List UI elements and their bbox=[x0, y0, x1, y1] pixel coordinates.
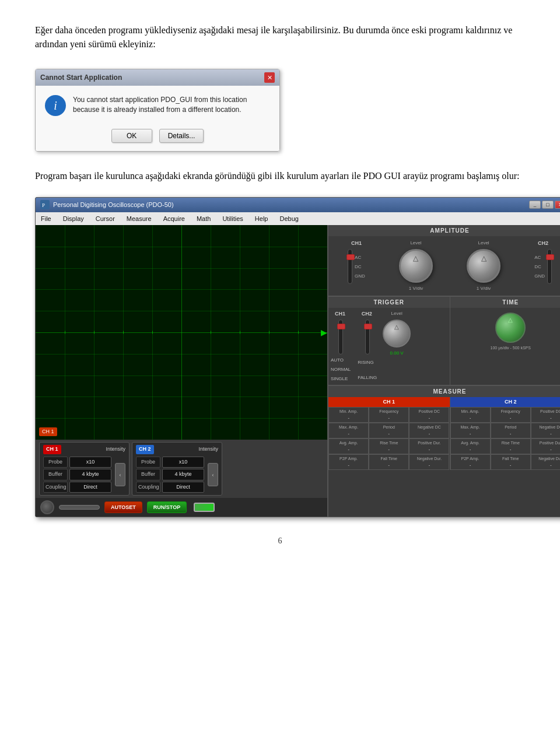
menu-utilities[interactable]: Utilities bbox=[220, 213, 244, 224]
m-ch2-cell-6: Negative DC - bbox=[531, 423, 560, 438]
ch2-level-label: Level bbox=[478, 240, 489, 247]
dialog-area: Cannot Start Application ✕ i You cannot … bbox=[35, 69, 525, 152]
m-ch1-cell-1: Min. Amp. - bbox=[328, 407, 369, 423]
ch1-badge: CH 1 bbox=[43, 445, 61, 454]
m-ch1-label-6: Negative DC bbox=[411, 424, 447, 431]
m-ch2-label-9: Positive Dur. bbox=[533, 440, 560, 447]
ch2-probe-label: Probe bbox=[136, 457, 160, 468]
m-ch1-cell-7: Avg. Amp. - bbox=[328, 438, 369, 454]
measure-channels: CH 1 Min. Amp. - Frequency - Pos bbox=[328, 397, 560, 471]
falling-label: FALLING bbox=[358, 374, 377, 381]
menu-help[interactable]: Help bbox=[253, 213, 270, 224]
amp-ch2-label: CH2 bbox=[538, 240, 548, 248]
battery-indicator bbox=[194, 503, 215, 512]
volume-slider[interactable] bbox=[59, 505, 100, 510]
ch2-level-knob[interactable] bbox=[467, 249, 501, 283]
m-ch2-cell-5: Period - bbox=[491, 423, 531, 438]
m-ch1-cell-6: Negative DC - bbox=[409, 423, 449, 438]
time-column: TIME 100 μs/div - 500 kSPS bbox=[450, 297, 561, 385]
dialog-box: Cannot Start Application ✕ i You cannot … bbox=[35, 69, 280, 152]
trigger-level-knob[interactable] bbox=[383, 320, 411, 348]
measure-ch2-header: CH 2 bbox=[450, 397, 561, 408]
ok-button[interactable]: OK bbox=[111, 129, 152, 143]
time-knob[interactable] bbox=[495, 313, 526, 343]
m-ch1-label-10: P2P Amp. bbox=[331, 456, 366, 462]
m-ch2-val-12: - bbox=[533, 462, 560, 469]
ch2-header: CH 2 Intensity bbox=[136, 445, 218, 454]
ch2-intensity-knob[interactable]: ‹ bbox=[208, 463, 218, 486]
m-ch2-cell-4: Max. Amp. - bbox=[450, 423, 491, 438]
menu-debug[interactable]: Debug bbox=[278, 213, 300, 224]
minimize-button[interactable]: _ bbox=[529, 201, 541, 209]
close-button[interactable]: ✕ bbox=[555, 201, 560, 209]
osc-grid bbox=[36, 225, 327, 440]
m-ch1-val-3: - bbox=[411, 415, 447, 422]
ch2-dc-label: DC bbox=[534, 264, 545, 271]
ch1-amplitude-slider[interactable] bbox=[348, 249, 352, 284]
ch2-probe-row: Probe x10 bbox=[136, 457, 204, 468]
m-ch1-cell-2: Frequency - bbox=[369, 407, 409, 423]
m-ch2-val-5: - bbox=[493, 431, 528, 437]
amplitude-section: AMPLITUDE CH1 AC bbox=[328, 225, 560, 297]
dialog-message: You cannot start application PDO_GUI fro… bbox=[73, 95, 247, 116]
ch1-coupling-row: Coupling Direct bbox=[43, 482, 111, 493]
trigger-time-section: TRIGGER CH1 AUTO NORMAL SINGLE bbox=[328, 297, 560, 386]
trigger-body: CH1 AUTO NORMAL SINGLE bbox=[328, 308, 450, 385]
ch1-intensity-knob[interactable]: ‹ bbox=[115, 463, 125, 486]
menu-math[interactable]: Math bbox=[195, 213, 212, 224]
amplitude-title: AMPLITUDE bbox=[328, 225, 560, 236]
svg-text:P: P bbox=[42, 202, 45, 208]
run-stop-button[interactable]: RUN/STOP bbox=[147, 501, 187, 513]
dialog-close-button[interactable]: ✕ bbox=[264, 72, 275, 83]
ch1-level-knob[interactable] bbox=[399, 249, 433, 283]
trace-arrow: ▶ bbox=[321, 327, 327, 339]
measure-ch2-grid: Min. Amp. - Frequency - Positive DC - bbox=[450, 407, 561, 470]
m-ch2-val-8: - bbox=[493, 447, 528, 453]
single-label: SINGLE bbox=[331, 375, 351, 382]
ch2-amplitude-slider[interactable] bbox=[547, 249, 552, 284]
measure-ch1: CH 1 Min. Amp. - Frequency - Pos bbox=[328, 397, 450, 471]
m-ch1-cell-12: Negative Dur. - bbox=[409, 454, 449, 470]
m-ch1-label-8: Rise Time bbox=[371, 440, 407, 447]
rising-falling-labels: RISING FALLING bbox=[358, 359, 377, 381]
osc-titlebar-left: P Personal Digitising Oscilloscope (PDO-… bbox=[40, 200, 174, 210]
amplitude-ch1: CH1 AC DC GND bbox=[348, 240, 365, 284]
m-ch2-label-1: Min. Amp. bbox=[453, 409, 488, 415]
m-ch1-cell-5: Period - bbox=[369, 423, 409, 438]
m-ch1-label-2: Frequency bbox=[371, 409, 407, 415]
ch1-ac-label: AC bbox=[355, 254, 365, 261]
ch1-gnd-label: GND bbox=[355, 273, 365, 280]
amp-ch1-label: CH1 bbox=[351, 240, 362, 248]
trigger-voltage-label: 0.00 V bbox=[390, 350, 404, 357]
trigger-title: TRIGGER bbox=[328, 297, 450, 308]
maximize-button[interactable]: □ bbox=[542, 201, 554, 209]
m-ch2-val-6: - bbox=[533, 431, 560, 437]
m-ch1-label-4: Max. Amp. bbox=[331, 424, 366, 431]
osc-window-title: Personal Digitising Oscilloscope (PDO-50… bbox=[53, 200, 174, 210]
time-title: TIME bbox=[450, 297, 561, 308]
trigger-ch2-slider[interactable] bbox=[365, 320, 370, 355]
power-button[interactable] bbox=[40, 500, 54, 514]
menu-display[interactable]: Display bbox=[61, 213, 86, 224]
ch2-buffer-row: Buffer 4 kbyte bbox=[136, 469, 204, 480]
m-ch2-label-10: P2P Amp. bbox=[453, 456, 488, 462]
m-ch1-val-7: - bbox=[331, 447, 366, 453]
menu-acquire[interactable]: Acquire bbox=[162, 213, 187, 224]
osc-menubar: File Display Cursor Measure Acquire Math… bbox=[36, 212, 560, 226]
menu-measure[interactable]: Measure bbox=[125, 213, 153, 224]
autoset-button[interactable]: AUTOSET bbox=[104, 501, 142, 513]
m-ch1-label-9: Positive Dur. bbox=[411, 440, 447, 447]
ch2-badge: CH 2 bbox=[136, 445, 154, 454]
m-ch2-label-5: Period bbox=[493, 424, 528, 431]
m-ch2-label-7: Avg. Amp. bbox=[453, 440, 488, 447]
menu-file[interactable]: File bbox=[39, 213, 53, 224]
m-ch2-val-4: - bbox=[453, 431, 488, 437]
m-ch1-cell-3: Positive DC - bbox=[409, 407, 449, 423]
details-button[interactable]: Details... bbox=[159, 129, 204, 143]
menu-cursor[interactable]: Cursor bbox=[94, 213, 117, 224]
trigger-ch1-slider[interactable] bbox=[338, 320, 343, 355]
m-ch2-val-2: - bbox=[493, 415, 528, 422]
ch1-coupling-value: Direct bbox=[69, 482, 111, 493]
auto-label: AUTO bbox=[331, 357, 351, 364]
ch2-voltdiv-label: 1 V/div bbox=[477, 285, 491, 292]
